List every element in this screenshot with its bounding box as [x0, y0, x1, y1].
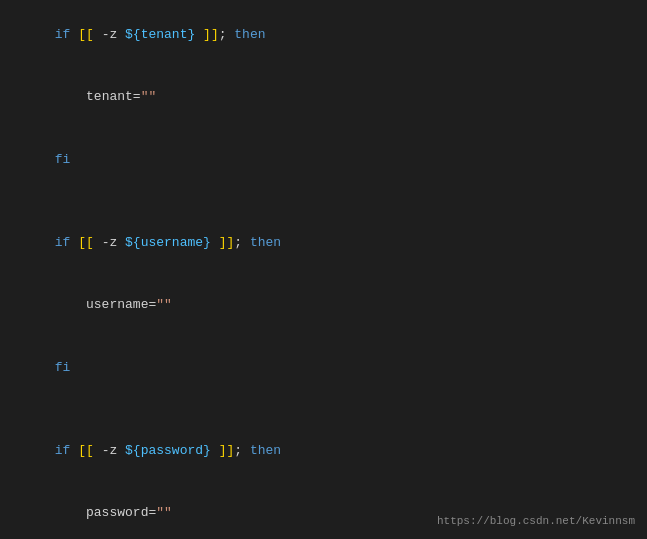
code-line-1: if [[ -z ${tenant} ]]; then [0, 4, 647, 66]
code-editor: if [[ -z ${tenant} ]]; then tenant="" fi… [0, 0, 647, 539]
code-line-5: if [[ -z ${username} ]]; then [0, 212, 647, 274]
code-line-2: tenant="" [0, 66, 647, 128]
code-line-6: username="" [0, 274, 647, 336]
code-line-8 [0, 399, 647, 420]
code-line-4 [0, 191, 647, 212]
watermark: https://blog.csdn.net/Kevinnsm [437, 513, 635, 531]
code-line-3: fi [0, 129, 647, 191]
code-line-9: if [[ -z ${password} ]]; then [0, 420, 647, 482]
code-line-7: fi [0, 337, 647, 399]
